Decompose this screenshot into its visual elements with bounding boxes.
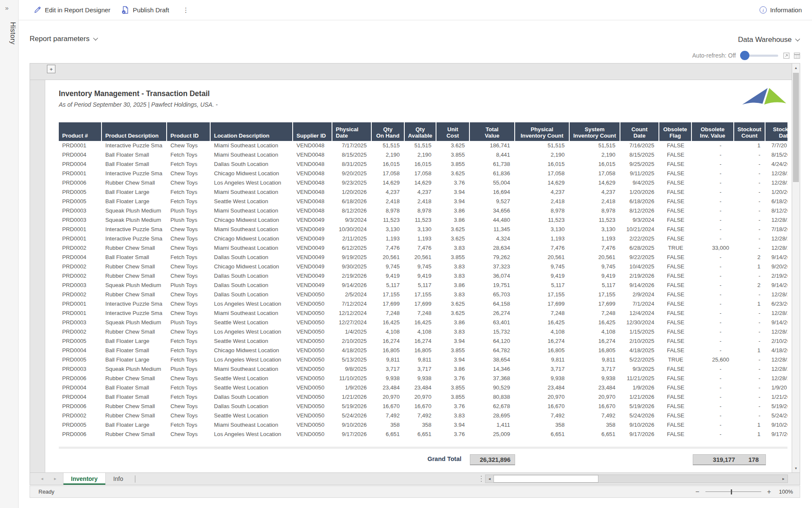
cell-qty-available[interactable]: 4,108 — [405, 327, 436, 337]
cell-unit-cost[interactable]: 3.625 — [436, 234, 470, 243]
cell-qty-available[interactable]: 51,515 — [405, 141, 436, 150]
cell-physical-date[interactable]: 7/17/2025 — [332, 141, 372, 150]
cell-location-desc[interactable]: Dallas South Location — [211, 160, 293, 169]
cell-unit-cost[interactable]: 3.83 — [436, 411, 470, 420]
cell-product-num[interactable]: PRD0001 — [59, 234, 102, 243]
cell-supplier-id[interactable]: VEND0050 — [293, 346, 332, 355]
cell-total-value[interactable]: 62,678 — [470, 402, 515, 411]
cell-obsolete-value[interactable]: - — [692, 383, 734, 392]
cell-total-value[interactable]: 28,634 — [470, 243, 515, 253]
cell-qty-available[interactable]: 1,193 — [405, 234, 436, 243]
cell-qty-available[interactable]: 20,970 — [405, 392, 436, 402]
cell-sys-inv-count[interactable]: 6,651 — [570, 430, 620, 439]
cell-location-desc[interactable]: Dallas South Location — [211, 290, 293, 299]
cell-product-desc[interactable]: Ball Floater Small — [102, 253, 167, 262]
cell-product-id[interactable]: Plush Toys — [167, 215, 211, 225]
cell-stockout-count[interactable]: - — [734, 206, 765, 215]
cell-count-date[interactable]: 10/4/2025 — [620, 262, 659, 271]
cell-obsolete-flag[interactable]: FALSE — [659, 430, 692, 439]
cell-stockout-date[interactable]: 12/28/2 — [765, 364, 787, 374]
cell-unit-cost[interactable]: 3.83 — [436, 290, 470, 299]
cell-product-desc[interactable]: Rubber Chew Small — [102, 327, 167, 337]
cell-product-desc[interactable]: Rubber Chew Small — [102, 411, 167, 420]
vertical-scroll-thumb[interactable] — [793, 73, 799, 182]
cell-product-num[interactable]: PRD0002 — [59, 271, 102, 281]
cell-physical-date[interactable]: 8/31/2025 — [332, 160, 372, 169]
cell-stockout-count[interactable]: - — [734, 234, 765, 243]
cell-unit-cost[interactable]: 3.76 — [436, 430, 470, 439]
cell-obsolete-value[interactable]: - — [692, 430, 734, 439]
cell-location-desc[interactable]: Seattle West Location — [211, 383, 293, 392]
cell-physical-date[interactable]: 12/27/2024 — [332, 318, 372, 327]
cell-stockout-date[interactable]: 8/12/20 — [765, 206, 787, 215]
more-options-icon[interactable]: ⋮ — [180, 6, 192, 14]
cell-product-id[interactable]: Chew Toys — [167, 141, 211, 150]
cell-total-value[interactable]: 11,345 — [470, 225, 515, 234]
cell-obsolete-value[interactable]: - — [692, 225, 734, 234]
cell-phys-inv-count[interactable]: 1,193 — [515, 234, 570, 243]
cell-product-num[interactable]: PRD0002 — [59, 327, 102, 337]
cell-supplier-id[interactable]: VEND0049 — [293, 253, 332, 262]
cell-qty-on-hand[interactable]: 3,130 — [372, 225, 405, 234]
cell-stockout-date[interactable]: 1/20/20 — [765, 188, 787, 197]
cell-sys-inv-count[interactable]: 358 — [570, 420, 620, 430]
scroll-up-icon[interactable]: ▲ — [792, 64, 800, 72]
cell-stockout-date[interactable]: 9/14/20 — [765, 318, 787, 327]
cell-phys-inv-count[interactable]: 16,015 — [515, 160, 570, 169]
cell-product-num[interactable]: PRD0006 — [59, 178, 102, 188]
cell-unit-cost[interactable]: 3.83 — [436, 271, 470, 281]
cell-product-desc[interactable]: Squeak Plush Medium — [102, 318, 167, 327]
cell-location-desc[interactable]: Dallas South Location — [211, 281, 293, 290]
cell-product-id[interactable]: Chew Toys — [167, 290, 211, 299]
cell-location-desc[interactable]: Los Angeles West Location — [211, 430, 293, 439]
cell-qty-on-hand[interactable]: 2,190 — [372, 150, 405, 160]
cell-unit-cost[interactable]: 3.855 — [436, 253, 470, 262]
cell-sys-inv-count[interactable]: 3,717 — [570, 364, 620, 374]
cell-phys-inv-count[interactable]: 7,492 — [515, 411, 570, 420]
cell-qty-available[interactable]: 16,805 — [405, 346, 436, 355]
cell-sys-inv-count[interactable]: 17,155 — [570, 290, 620, 299]
cell-physical-date[interactable]: 12/12/2024 — [332, 309, 372, 318]
cell-unit-cost[interactable]: 3.83 — [436, 243, 470, 253]
cell-obsolete-flag[interactable]: FALSE — [659, 411, 692, 420]
cell-product-id[interactable]: Chew Toys — [167, 327, 211, 337]
cell-product-desc[interactable]: Rubber Chew Small — [102, 243, 167, 253]
cell-unit-cost[interactable]: 3.855 — [436, 392, 470, 402]
cell-qty-available[interactable]: 16,274 — [405, 337, 436, 346]
cell-obsolete-flag[interactable]: FALSE — [659, 337, 692, 346]
column-header-obsolete-value[interactable]: ObsoleteInv. Value — [692, 122, 734, 141]
cell-product-id[interactable]: Fetch Toys — [167, 383, 211, 392]
cell-total-value[interactable]: 44,480 — [470, 215, 515, 225]
cell-location-desc[interactable]: Los Angeles West Location — [211, 178, 293, 188]
cell-sys-inv-count[interactable]: 7,248 — [570, 309, 620, 318]
cell-obsolete-flag[interactable]: FALSE — [659, 271, 692, 281]
cell-unit-cost[interactable]: 3.86 — [436, 364, 470, 374]
cell-physical-date[interactable]: 1/9/2026 — [332, 383, 372, 392]
cell-product-id[interactable]: Fetch Toys — [167, 253, 211, 262]
cell-count-date[interactable]: 6/18/2026 — [620, 197, 659, 206]
cell-product-num[interactable]: PRD0003 — [59, 318, 102, 327]
cell-obsolete-flag[interactable]: FALSE — [659, 197, 692, 206]
horizontal-scrollbar[interactable]: ◄ ► — [485, 475, 788, 483]
cell-stockout-date[interactable]: 4/24/20 — [765, 160, 787, 169]
cell-obsolete-value[interactable]: - — [692, 402, 734, 411]
cell-physical-date[interactable]: 9/14/2026 — [332, 281, 372, 290]
cell-total-value[interactable]: 19,751 — [470, 281, 515, 290]
cell-obsolete-flag[interactable]: FALSE — [659, 206, 692, 215]
cell-stockout-date[interactable]: 12/28/2 — [765, 178, 787, 188]
cell-qty-available[interactable]: 11,523 — [405, 215, 436, 225]
cell-qty-on-hand[interactable]: 9,745 — [372, 262, 405, 271]
cell-location-desc[interactable]: Chicago Midwest Location — [211, 234, 293, 243]
cell-stockout-date[interactable]: 12/28/2 — [765, 234, 787, 243]
cell-count-date[interactable]: 9/14/2026 — [620, 281, 659, 290]
cell-product-desc[interactable]: Interactive Puzzle Sma — [102, 299, 167, 309]
cell-location-desc[interactable]: Miami Southeast Location — [211, 141, 293, 150]
cell-count-date[interactable]: 1/21/2026 — [620, 392, 659, 402]
information-button[interactable]: i Information — [760, 6, 802, 14]
cell-obsolete-value[interactable]: - — [692, 281, 734, 290]
cell-physical-date[interactable]: 9/30/2025 — [332, 262, 372, 271]
cell-qty-available[interactable]: 9,811 — [405, 355, 436, 364]
cell-stockout-count[interactable]: - — [734, 290, 765, 299]
cell-phys-inv-count[interactable]: 8,978 — [515, 206, 570, 215]
cell-product-num[interactable]: PRD0006 — [59, 374, 102, 383]
